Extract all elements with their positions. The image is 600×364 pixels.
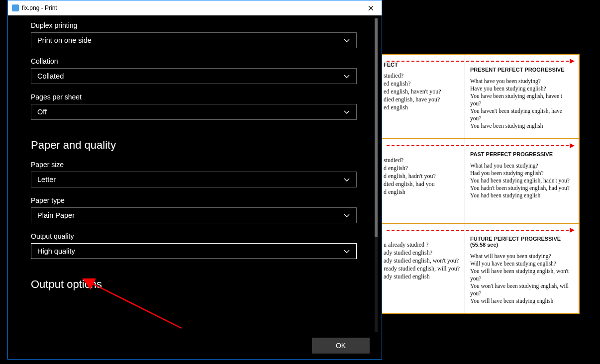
preview-card: u already studied ?ady studied english?a…	[382, 224, 579, 313]
card-left-text: studied?d english?d english, hadn't you?…	[384, 156, 463, 196]
dialog-bottombar: OK	[8, 332, 382, 359]
duplex-value: Print on one side	[37, 36, 92, 44]
titlebar: fix.png - Print	[8, 0, 382, 15]
preview-card: studied?d english?d english, hadn't you?…	[382, 139, 579, 224]
card-right-heading: PAST PERFECT PROGRESSIVE	[470, 151, 574, 157]
card-right-text: What will have you been studying?Will yo…	[470, 253, 574, 305]
section-paper-heading: Paper and quality	[31, 139, 368, 152]
chevron-down-icon	[343, 248, 350, 255]
timeline-arrow-icon	[387, 61, 574, 62]
close-button[interactable]	[360, 0, 382, 15]
pps-select[interactable]: Off	[31, 104, 357, 120]
card-left-text: studied?ed english?ed english, haven't y…	[384, 72, 463, 111]
timeline-arrow-icon	[387, 145, 574, 146]
card-left-text: u already studied ?ady studied english?a…	[384, 241, 463, 280]
chevron-down-icon	[343, 212, 350, 219]
card-left-heading: FECT	[384, 62, 398, 68]
card-divider	[465, 55, 465, 138]
scrollbar-thumb[interactable]	[375, 18, 378, 237]
timeline-arrow-icon	[387, 230, 574, 231]
window-title: fix.png - Print	[22, 4, 57, 11]
preview-card: FECTstudied?ed english?ed english, haven…	[382, 55, 579, 139]
paper-size-select[interactable]: Letter	[31, 172, 357, 187]
card-right-heading: PRESENT PERFECT PROGRESSIVE	[470, 67, 574, 73]
print-dialog: fix.png - Print Duplex printing Print on…	[7, 0, 382, 360]
app-icon	[12, 4, 19, 11]
card-right-text: What had you been studying?Had you been …	[470, 162, 574, 199]
output-quality-value: High quality	[37, 247, 75, 255]
collation-label: Collation	[31, 57, 368, 65]
print-preview-document: FECTstudied?ed english?ed english, haven…	[381, 54, 580, 314]
paper-type-value: Plain Paper	[37, 211, 75, 219]
chevron-down-icon	[343, 73, 350, 80]
collation-value: Collated	[37, 72, 64, 80]
chevron-down-icon	[343, 109, 350, 116]
card-divider	[465, 224, 465, 313]
duplex-select[interactable]: Print on one side	[31, 32, 357, 48]
paper-type-select[interactable]: Plain Paper	[31, 207, 357, 223]
collation-select[interactable]: Collated	[31, 68, 357, 84]
chevron-down-icon	[343, 37, 350, 44]
paper-size-label: Paper size	[31, 161, 368, 169]
paper-size-value: Letter	[37, 176, 56, 183]
card-right-text: What have you been studying?Have you bee…	[470, 78, 574, 130]
chevron-down-icon	[343, 177, 350, 183]
section-output-heading: Output options	[31, 278, 368, 291]
close-icon	[368, 5, 374, 11]
card-divider	[465, 139, 465, 223]
scrollbar[interactable]	[375, 18, 378, 332]
output-quality-select[interactable]: High quality	[31, 243, 357, 259]
pps-value: Off	[37, 108, 47, 116]
ok-button[interactable]: OK	[312, 338, 370, 354]
dialog-body: Duplex printing Print on one side Collat…	[8, 15, 382, 332]
output-quality-label: Output quality	[31, 232, 368, 240]
duplex-label: Duplex printing	[31, 21, 368, 29]
paper-type-label: Paper type	[31, 196, 368, 204]
card-right-heading: FUTURE PERFECT PROGRESSIVE (55.58 sec)	[470, 236, 574, 248]
ok-label: OK	[336, 342, 346, 350]
pps-label: Pages per sheet	[31, 93, 368, 101]
